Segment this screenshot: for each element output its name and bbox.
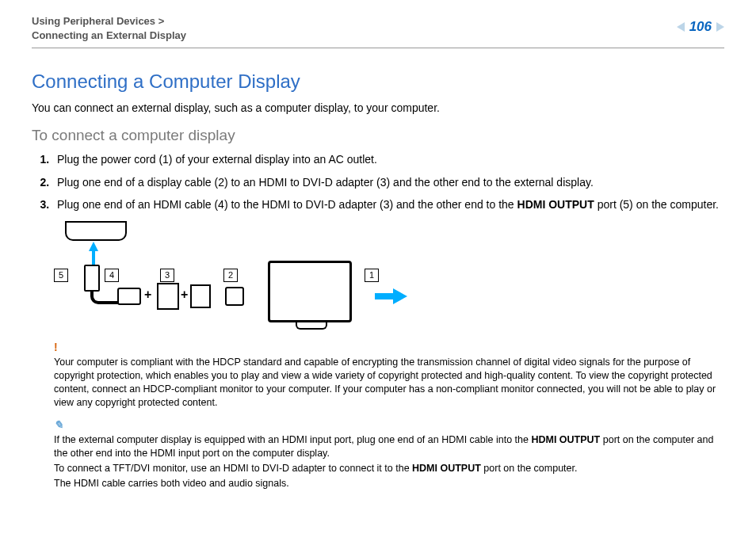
page-title: Connecting a Computer Display xyxy=(32,71,724,93)
prev-page-icon[interactable] xyxy=(677,22,685,32)
callout-2: 2 xyxy=(223,269,238,282)
breadcrumb-top: Using Peripheral Devices > xyxy=(32,14,724,29)
warning-note: ! Your computer is compliant with the HD… xyxy=(54,340,724,410)
page-number: 106 xyxy=(689,19,712,35)
next-page-icon[interactable] xyxy=(716,22,724,32)
plus-icon: + xyxy=(181,288,188,302)
step-2: Plug one end of a display cable (2) to a… xyxy=(52,174,724,191)
tip-text-1: If the external computer display is equi… xyxy=(54,433,724,460)
dvi-adapter-icon xyxy=(157,283,179,310)
tip-note: ✎ If the external computer display is eq… xyxy=(54,418,724,490)
hdmi-port-icon xyxy=(65,221,127,241)
connection-diagram: 5 4 + 3 + 2 1 xyxy=(54,221,724,332)
intro-text: You can connect an external display, suc… xyxy=(32,101,724,116)
step-3: Plug one end of an HDMI cable (4) to the… xyxy=(52,196,724,213)
warning-icon: ! xyxy=(54,341,58,353)
callout-1: 1 xyxy=(365,269,379,282)
page-header: Using Peripheral Devices > Connecting an… xyxy=(32,14,724,48)
step-list: Plug the power cord (1) of your external… xyxy=(32,151,724,213)
hdmi-connector-icon xyxy=(117,288,141,305)
callout-3: 3 xyxy=(160,269,174,282)
tip-icon: ✎ xyxy=(54,418,63,431)
tip-text-3: The HDMI cable carries both video and au… xyxy=(54,477,724,490)
warning-text: Your computer is compliant with the HDCP… xyxy=(54,356,724,410)
callout-4: 4 xyxy=(105,269,119,282)
callout-5: 5 xyxy=(54,269,68,282)
hdmi-cable-end-icon xyxy=(84,265,100,292)
breadcrumb-bottom: Connecting an External Display xyxy=(32,29,724,43)
adapter-connector-icon xyxy=(190,284,211,308)
tip-text-2: To connect a TFT/DVI monitor, use an HDM… xyxy=(54,462,724,475)
hdmi-output-label: HDMI OUTPUT xyxy=(517,198,594,211)
step-1: Plug the power cord (1) of your external… xyxy=(52,151,724,168)
monitor-icon xyxy=(268,261,352,322)
cable-bend-icon xyxy=(90,290,119,304)
arrow-right-icon xyxy=(393,288,407,304)
plus-icon: + xyxy=(144,288,151,302)
display-cable-end-icon xyxy=(225,287,244,306)
page-number-nav: 106 xyxy=(677,19,724,35)
arrow-up-icon xyxy=(89,242,98,251)
section-subtitle: To connect a computer display xyxy=(32,127,724,144)
